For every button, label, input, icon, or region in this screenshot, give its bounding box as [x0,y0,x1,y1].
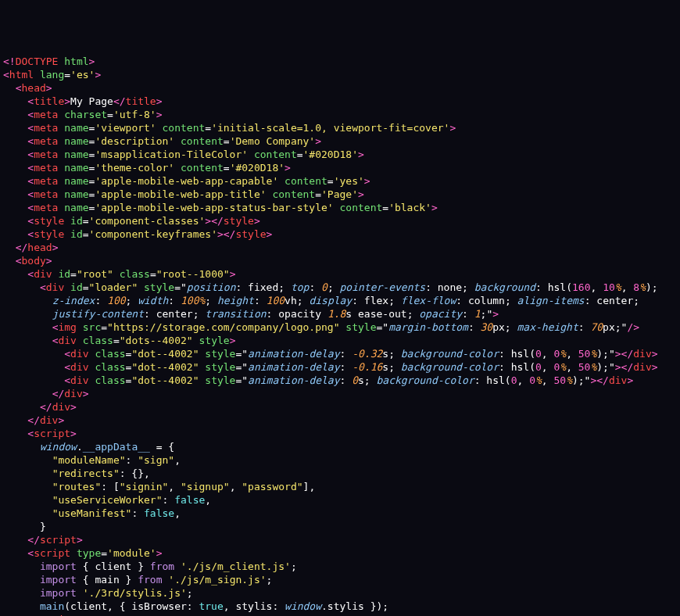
code-line[interactable]: import { client } from './js/m_client.js… [3,560,639,573]
token: ], [303,481,316,492]
code-line[interactable]: </div> [3,400,639,414]
code-line[interactable]: <html lang='es'> [3,68,639,81]
code-line[interactable]: <div class="dot--4002" style="animation-… [3,347,639,360]
code-line[interactable]: <title>My Page</title> [3,95,639,108]
token: "loader" [89,281,144,293]
token: -0.32 [352,348,382,360]
token: justify-content [52,308,144,320]
token: =" [376,321,388,333]
token: 1.8 [327,308,345,320]
code-line[interactable]: <meta name='apple-mobile-web-app-capable… [3,174,639,188]
token: meta [34,122,64,134]
code-line[interactable]: "useManifest": false, [3,507,639,520]
token: "moduleName" [52,454,126,466]
code-line[interactable]: "useServiceWorker": false, [3,493,639,507]
token [3,95,27,107]
code-line[interactable]: <img src="https://storage.com/company/lo… [3,321,639,334]
code-line[interactable]: </script> [3,613,639,616]
code-line[interactable]: </div> [3,414,639,427]
token: , [566,348,578,360]
code-line[interactable]: window.__appData__ = { [3,440,639,453]
token: div [58,335,82,346]
token: "dots--4002" [120,335,199,346]
code-line[interactable]: <script> [3,427,639,440]
token: 50 [553,374,566,386]
token: 0 [529,374,535,386]
token: "dot--4002" [131,348,205,360]
token: z-index [52,295,95,306]
token: = [83,215,89,227]
token: script [40,534,77,546]
code-line[interactable]: import './3rd/stylis.js'; [3,586,639,600]
token [3,481,52,492]
token: 'apple-mobile-web-app-capable' [95,175,285,187]
code-line[interactable]: <meta name='apple-mobile-web-app-status-… [3,201,639,214]
code-line[interactable]: z-index: 100; width: 100%; height: 100vh… [3,294,639,307]
code-line[interactable]: <style id='component-classes'></style> [3,214,639,227]
token: , [230,481,242,492]
code-line[interactable]: justify-content: center; transition: opa… [3,307,639,321]
token: "root--1000" [156,268,230,280]
token: import [40,587,83,599]
token: = [205,122,211,134]
code-line[interactable]: "redirects": {}, [3,467,639,480]
code-line[interactable]: <meta name='viewport' content='initial-s… [3,121,639,134]
code-line[interactable]: <div class="dots--4002" style> [3,334,639,347]
token: </ [52,388,65,399]
code-line[interactable]: "routes": ["signin", "signup", "password… [3,480,639,493]
token: title [34,95,64,107]
token: class [95,361,125,373]
token: </ [27,414,40,426]
code-line[interactable]: "moduleName": "sign", [3,453,639,467]
token [3,374,64,386]
token: './js/m_sign.js' [168,574,266,586]
token: false [144,507,174,519]
code-line[interactable]: import { main } from './js/m_sign.js'; [3,573,639,586]
code-line[interactable]: <div id="loader" style="position: fixed;… [3,281,639,294]
token: 100 [267,295,285,306]
token: ></ [217,228,235,240]
token: : hsl( [499,361,535,373]
code-line[interactable]: <meta name='description' content='Demo C… [3,134,639,148]
code-line[interactable]: } [3,520,639,533]
token: pointer-events [340,281,426,293]
code-line[interactable]: <div class="dot--4002" style="animation-… [3,360,639,374]
token: < [27,188,34,200]
token [3,255,16,267]
token: = [70,268,77,280]
code-line[interactable]: <!DOCTYPE html> [3,55,639,68]
token: < [27,268,34,280]
code-line[interactable]: </div> [3,387,639,400]
code-editor-content[interactable]: <!DOCTYPE html><html lang='es'> <head> <… [0,53,642,616]
code-line[interactable]: <head> [3,81,639,95]
code-line[interactable]: </script> [3,533,639,546]
code-line[interactable]: <div id="root" class="root--1000"> [3,267,639,281]
code-line[interactable]: <meta charset='utf-8'> [3,108,639,121]
token: 100 [107,295,125,306]
token: src [83,321,101,333]
token: "redirects" [52,467,120,479]
token: (client, { isBrowser: [64,600,199,612]
token: </ [27,534,40,546]
token: name [64,122,88,134]
token [3,202,27,213]
token: style [205,361,235,373]
code-line[interactable]: <meta name='msapplication-TileColor' con… [3,148,639,161]
code-line[interactable]: <style id='component-keyframes'></style> [3,227,639,241]
token: > [58,414,64,426]
code-line[interactable]: <meta name='theme-color' content='#020D1… [3,161,639,174]
token: > [89,56,95,67]
code-line[interactable]: <body> [3,254,639,267]
token: = [107,109,113,120]
code-line[interactable]: <script type='module'> [3,546,639,560]
token: < [27,162,34,174]
code-line[interactable]: <div class="dot--4002" style="animation-… [3,374,639,387]
code-line[interactable]: <meta name='apple-mobile-web-app-title' … [3,188,639,201]
token [3,135,27,147]
token: name [64,162,88,174]
code-line[interactable]: </head> [3,241,639,254]
token: "signup" [181,481,230,492]
code-line[interactable]: main(client, { isBrowser: true, stylis: … [3,600,639,613]
token: , [542,348,554,360]
token: : [95,295,107,306]
